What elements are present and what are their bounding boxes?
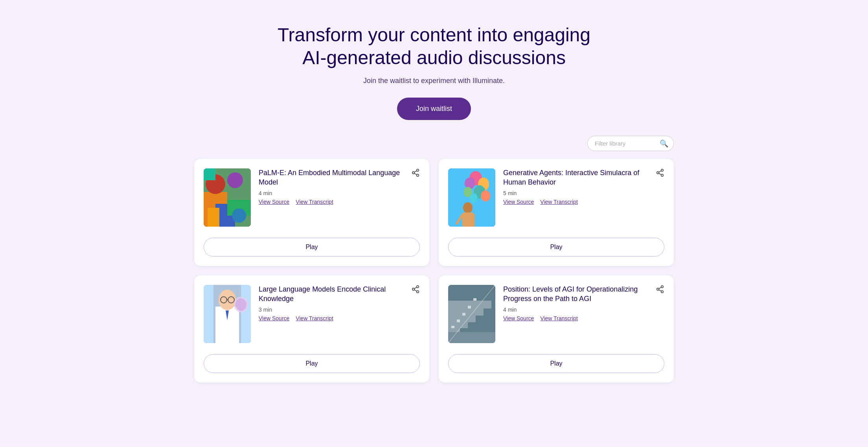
view-transcript-gen[interactable]: View Transcript [540,199,577,205]
filter-input-wrap: 🔍 [587,136,674,151]
svg-point-21 [470,193,478,203]
svg-line-29 [659,174,661,175]
thumb-llm-inner [204,285,251,343]
hero-subtitle: Join the waitlist to experiment with Ill… [8,77,860,85]
thumb-palm-inner [204,168,251,227]
svg-point-36 [235,298,246,311]
card-title-llm: Large Language Models Encode Clinical Kn… [259,285,403,303]
card-info-llm: Large Language Models Encode Clinical Kn… [259,285,403,321]
card-top: Position: Levels of AGI for Operationali… [448,285,664,343]
view-source-agi[interactable]: View Source [503,315,534,321]
view-source-palm[interactable]: View Source [259,199,289,205]
svg-rect-49 [448,322,468,328]
view-source-llm[interactable]: View Source [259,315,289,321]
card-links-gen: View Source View Transcript [503,199,648,205]
thumb-gen-inner [448,168,495,227]
card-thumbnail-palm [204,168,251,227]
card-top: Generative Agents: Interactive Simulacra… [448,168,664,227]
svg-rect-58 [473,298,476,301]
svg-rect-8 [204,168,215,180]
card-links-agi: View Source View Transcript [503,315,648,321]
card-top: Large Language Models Encode Clinical Kn… [204,285,420,343]
play-button-agi[interactable]: Play [448,354,664,373]
card-palm-e: PaLM-E: An Embodied Multimodal Language … [194,159,429,266]
svg-line-45 [414,287,417,289]
card-llm-clinical: Large Language Models Encode Clinical Kn… [194,275,429,382]
share-icon-llm[interactable] [411,285,420,296]
card-info-palm: PaLM-E: An Embodied Multimodal Language … [259,168,403,205]
cards-grid: PaLM-E: An Embodied Multimodal Language … [194,159,674,382]
thumb-agi-inner [448,285,495,343]
card-duration-agi: 4 min [503,307,648,313]
filter-library-input[interactable] [587,136,674,151]
join-waitlist-button[interactable]: Join waitlist [397,98,471,120]
svg-line-12 [414,174,417,175]
play-button-llm[interactable]: Play [204,354,420,373]
view-transcript-llm[interactable]: View Transcript [296,315,333,321]
share-icon-palm[interactable] [411,168,420,179]
view-source-gen[interactable]: View Source [503,199,534,205]
view-transcript-agi[interactable]: View Transcript [540,315,577,321]
svg-point-22 [463,202,473,213]
svg-rect-6 [208,208,219,227]
svg-rect-54 [451,326,454,328]
card-title-palm: PaLM-E: An Embodied Multimodal Language … [259,168,403,187]
card-gen-agents: Generative Agents: Interactive Simulacra… [439,159,674,266]
svg-line-44 [414,290,417,292]
card-thumbnail-agi [448,285,495,343]
svg-rect-47 [448,332,495,343]
svg-rect-57 [468,306,471,308]
svg-rect-55 [457,320,460,322]
card-duration-llm: 3 min [259,307,403,313]
svg-line-63 [659,287,661,289]
svg-line-30 [659,171,661,172]
svg-point-7 [232,209,246,223]
card-top: PaLM-E: An Embodied Multimodal Language … [204,168,420,227]
card-title-agi: Position: Levels of AGI for Operationali… [503,285,648,303]
card-thumbnail-gen [448,168,495,227]
svg-rect-56 [462,313,465,316]
card-links-llm: View Source View Transcript [259,315,403,321]
play-button-gen[interactable]: Play [448,238,664,257]
share-icon-gen[interactable] [656,168,664,179]
card-duration-gen: 5 min [503,190,648,196]
svg-point-20 [481,190,490,201]
card-links-palm: View Source View Transcript [259,199,403,205]
card-thumbnail-llm [204,285,251,343]
hero-section: Transform your content into engaging AI-… [0,0,868,136]
filter-bar: 🔍 [194,136,674,151]
card-info-agi: Position: Levels of AGI for Operationali… [503,285,648,321]
card-agi-levels: Position: Levels of AGI for Operationali… [439,275,674,382]
card-info-gen: Generative Agents: Interactive Simulacra… [503,168,648,205]
library-section: 🔍 [178,136,690,398]
play-button-palm[interactable]: Play [204,238,420,257]
view-transcript-palm[interactable]: View Transcript [296,199,333,205]
svg-line-62 [659,290,661,292]
hero-title: Transform your content into engaging AI-… [8,24,860,69]
card-title-gen: Generative Agents: Interactive Simulacra… [503,168,648,187]
svg-rect-23 [462,212,473,227]
svg-line-13 [414,171,417,172]
svg-rect-51 [448,308,484,316]
svg-rect-50 [448,316,476,322]
svg-point-4 [227,172,243,188]
share-icon-agi[interactable] [656,285,664,296]
card-duration-palm: 4 min [259,190,403,196]
